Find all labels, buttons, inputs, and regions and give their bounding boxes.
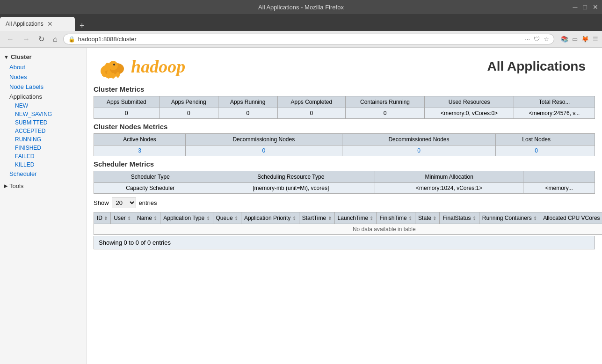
show-label: Show [94,199,109,206]
col-max-allocation [523,171,595,183]
cluster-metrics-title: Cluster Metrics [94,85,595,93]
sort-user-icon: ⇕ [127,216,131,221]
more-options-icon[interactable]: ··· [525,36,530,43]
svg-point-8 [116,72,120,78]
val-scheduler-type: Capacity Scheduler [94,183,207,194]
sidebar-toggle-icon[interactable]: ▭ [572,36,578,43]
col-final-status[interactable]: FinalStatus ⇕ [440,212,479,224]
val-active-nodes: 3 [94,146,186,156]
col-running-containers[interactable]: Running Containers ⇕ [479,212,540,224]
col-state[interactable]: State ⇕ [415,212,440,224]
sidebar-item-scheduler[interactable]: Scheduler [0,169,86,179]
firefox-icon[interactable]: 🦊 [581,36,589,43]
sidebar-item-nodes[interactable]: Nodes [0,72,86,82]
svg-point-3 [105,63,110,72]
lost-nodes-link[interactable]: 0 [535,147,538,154]
col-start-time[interactable]: StartTime ⇕ [299,212,334,224]
address-bar[interactable]: 🔒 hadoop1:8088/cluster ··· 🛡 ☆ [63,34,554,44]
col-lost-nodes: Lost Nodes [496,134,577,146]
col-launch-time[interactable]: LaunchTime ⇕ [334,212,377,224]
main-window: ▼ Cluster About Nodes Node Labels Applic… [0,48,602,364]
entries-select[interactable]: 10 20 25 50 100 [112,197,136,208]
svg-point-4 [113,64,115,66]
sort-id-icon: ⇕ [104,216,108,221]
cluster-section: ▼ Cluster About Nodes Node Labels Applic… [0,51,86,179]
sidebar-item-accepted[interactable]: ACCEPTED [0,127,86,135]
col-active-nodes: Active Nodes [94,134,186,146]
library-icon[interactable]: 📚 [561,36,568,43]
val-decommissioning-nodes: 0 [186,146,342,156]
sort-priority-icon: ⇕ [292,216,296,221]
val-apps-running: 0 [218,108,277,119]
val-used-resources: <memory:0, vCores:0> [425,108,514,119]
col-id[interactable]: ID ⇕ [94,212,111,224]
sidebar: ▼ Cluster About Nodes Node Labels Applic… [0,48,87,364]
sidebar-item-submitted[interactable]: SUBMITTED [0,118,86,127]
svg-point-5 [102,71,106,77]
col-alloc-cpu[interactable]: Allocated CPU VCores ⇕ [540,212,602,224]
tools-arrow-icon: ▶ [4,183,7,189]
val-lost-nodes: 0 [496,146,577,156]
active-tab[interactable]: All Applications ✕ [0,17,75,31]
sort-name-icon: ⇕ [153,216,157,221]
decommissioning-link[interactable]: 0 [262,147,265,154]
hadoop-elephant-icon [94,52,131,80]
cluster-toggle[interactable]: ▼ Cluster [0,51,86,62]
col-name[interactable]: Name ⇕ [134,212,160,224]
active-nodes-link[interactable]: 3 [138,147,141,154]
cluster-nodes-row: 3 0 0 0 [94,146,595,156]
close-button[interactable]: ✕ [593,3,598,11]
col-apps-pending: Apps Pending [159,96,218,108]
shield-icon[interactable]: 🛡 [534,36,540,43]
col-application-type[interactable]: Application Type ⇕ [160,212,213,224]
col-queue[interactable]: Queue ⇕ [213,212,241,224]
sidebar-item-killed[interactable]: KILLED [0,160,86,169]
sort-containers-icon: ⇕ [533,216,537,221]
menu-icon[interactable]: ☰ [593,36,598,43]
col-application-priority[interactable]: Application Priority ⇕ [241,212,299,224]
val-apps-pending: 0 [159,108,218,119]
val-scheduling-resource: [memory-mb (unit=Mi), vcores] [207,183,375,194]
minimize-button[interactable]: ─ [573,3,578,11]
col-decommissioning-nodes: Decommissioning Nodes [186,134,342,146]
showing-entries-text: Showing 0 to 0 of 0 entries [94,236,595,249]
svg-point-6 [107,73,110,79]
sidebar-item-about[interactable]: About [0,62,86,72]
sort-queue-icon: ⇕ [234,216,238,221]
reload-button[interactable]: ↻ [36,34,47,44]
val-max-allocation: <memory... [523,183,595,194]
tools-toggle[interactable]: ▶ Tools [0,181,86,191]
cluster-nodes-title: Cluster Nodes Metrics [94,123,595,131]
maximize-button[interactable]: □ [583,3,587,11]
window-title: All Applications - Mozilla Firefox [258,4,344,11]
page-title: All Applications [487,59,586,74]
tab-bar: All Applications ✕ + [0,14,602,31]
scheduler-metrics-title: Scheduler Metrics [94,160,595,168]
home-button[interactable]: ⌂ [50,34,60,44]
sidebar-item-finished[interactable]: FINISHED [0,144,86,152]
sidebar-item-running[interactable]: RUNNING [0,135,86,144]
bookmark-icon[interactable]: ☆ [544,36,549,43]
sidebar-item-node-labels[interactable]: Node Labels [0,82,86,92]
cluster-nodes-table: Active Nodes Decommissioning Nodes Decom… [94,133,595,156]
sidebar-item-failed[interactable]: FAILED [0,152,86,160]
tab-close-button[interactable]: ✕ [47,20,53,28]
svg-point-7 [111,73,115,79]
col-finish-time[interactable]: FinishTime ⇕ [377,212,415,224]
content-area: hadoop All Applications Cluster Metrics … [87,48,602,364]
col-scheduler-type: Scheduler Type [94,171,207,183]
decommissioned-link[interactable]: 0 [417,147,421,154]
col-total-resources: Total Reso... [514,96,595,108]
sidebar-item-new-saving[interactable]: NEW_SAVING [0,110,86,118]
forward-button[interactable]: → [20,34,33,44]
sidebar-item-new[interactable]: NEW [0,102,86,110]
col-apps-completed: Apps Completed [277,96,345,108]
new-tab-button[interactable]: + [75,21,89,31]
val-total-resources: <memory:24576, v... [514,108,595,119]
val-decommissioned-nodes: 0 [342,146,496,156]
val-containers-running: 0 [345,108,424,119]
hadoop-logo: hadoop [94,52,185,80]
back-button[interactable]: ← [4,34,17,44]
col-user[interactable]: User ⇕ [111,212,134,224]
show-entries-control: Show 10 20 25 50 100 entries [94,197,595,208]
